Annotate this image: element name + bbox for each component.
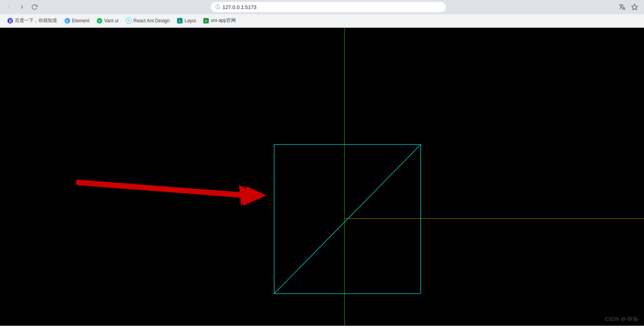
bookmark-layui[interactable]: L Layui	[174, 16, 199, 25]
refresh-button[interactable]	[29, 2, 40, 13]
watermark-text: CSDN @-耿瑞-	[605, 316, 639, 322]
address-bar[interactable]: ⓘ 127.0.0.1:5173	[211, 2, 446, 12]
bookmark-baidu[interactable]: 百 百度一下，你就知道	[4, 16, 60, 25]
svg-text:U: U	[205, 20, 207, 22]
toolbar-right	[617, 2, 640, 13]
svg-marker-0	[632, 4, 638, 10]
bookmark-layui-label: Layui	[185, 18, 196, 23]
bookmark-vant[interactable]: V Vant ui	[93, 16, 121, 25]
baidu-icon: 百	[7, 18, 13, 24]
main-content: CSDN @-耿瑞-	[0, 28, 644, 326]
bookmark-button[interactable]	[629, 2, 640, 13]
back-button[interactable]	[4, 2, 15, 13]
bookmark-baidu-label: 百度一下，你就知道	[15, 17, 57, 24]
bookmark-uniapp[interactable]: U uni-app官网	[200, 16, 239, 25]
forward-button[interactable]	[16, 2, 27, 13]
teal-rect-with-diagonal	[274, 144, 421, 294]
svg-point-8	[128, 20, 130, 22]
bookmark-element-label: Element	[72, 18, 89, 23]
bookmark-vant-label: Vant ui	[104, 18, 118, 23]
layui-icon: L	[177, 18, 183, 24]
bookmark-element[interactable]: E Element	[61, 16, 92, 25]
element-icon: E	[64, 18, 71, 24]
svg-text:L: L	[179, 20, 181, 22]
svg-text:E: E	[66, 19, 69, 23]
title-bar: ⓘ 127.0.0.1:5173	[0, 0, 644, 14]
red-arrow	[78, 165, 266, 200]
watermark: CSDN @-耿瑞-	[605, 316, 639, 323]
bookmark-react-ant[interactable]: React Ant Design	[123, 16, 173, 25]
svg-marker-17	[239, 185, 266, 205]
address-bar-wrapper: ⓘ 127.0.0.1:5173	[43, 2, 613, 12]
bookmark-uniapp-label: uni-app官网	[211, 17, 236, 24]
bookmarks-bar: 百 百度一下，你就知道 E Element V Vant ui React An…	[0, 14, 644, 27]
svg-line-15	[78, 182, 247, 195]
svg-text:百: 百	[9, 19, 13, 23]
lock-icon: ⓘ	[215, 4, 220, 11]
translate-button[interactable]	[617, 2, 628, 13]
nav-buttons	[4, 2, 40, 13]
vant-icon: V	[96, 18, 103, 24]
uniapp-icon: U	[203, 18, 209, 24]
browser-chrome: ⓘ 127.0.0.1:5173	[0, 0, 644, 28]
url-text: 127.0.0.1:5173	[223, 4, 257, 10]
svg-line-14	[274, 144, 421, 294]
svg-text:V: V	[99, 20, 101, 22]
react-ant-icon	[126, 18, 132, 24]
bookmark-react-ant-label: React Ant Design	[134, 18, 170, 23]
